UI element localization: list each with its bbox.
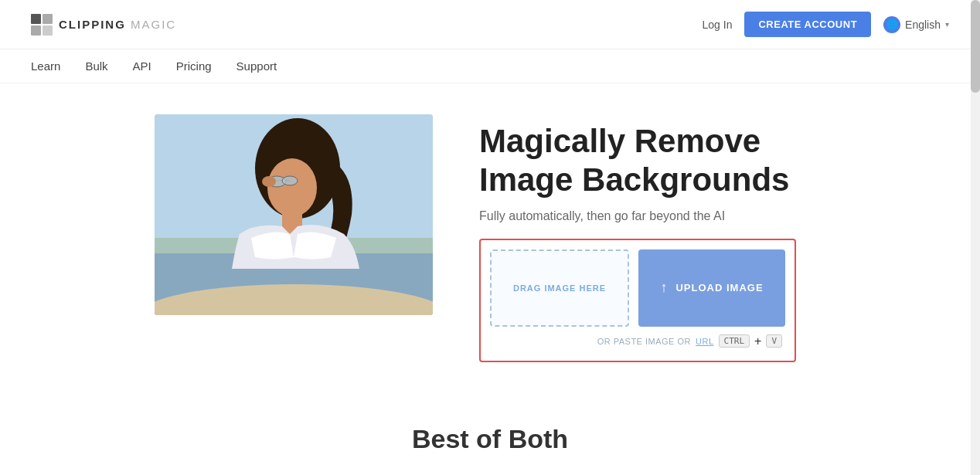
svg-rect-3 <box>43 25 53 36</box>
logo-text: CLIPPING MAGIC <box>59 18 176 31</box>
svg-rect-2 <box>31 25 41 36</box>
nav-item-bulk[interactable]: Bulk <box>85 59 107 73</box>
scrollbar[interactable] <box>971 0 980 475</box>
language-label: English <box>905 19 941 31</box>
logo-icon <box>31 14 53 36</box>
nav-item-learn[interactable]: Learn <box>31 59 60 73</box>
svg-rect-0 <box>31 14 41 24</box>
bottom-section: Best of Both <box>0 393 980 475</box>
logo[interactable]: CLIPPING MAGIC <box>31 14 176 36</box>
scrollbar-thumb[interactable] <box>971 0 980 93</box>
paste-text: OR PASTE IMAGE OR <box>597 337 691 346</box>
hero-subtitle: Fully automatically, then go far beyond … <box>479 209 918 223</box>
hero-section: Magically Remove Image Backgrounds Fully… <box>0 83 980 393</box>
v-key: V <box>766 334 782 348</box>
nav-item-pricing[interactable]: Pricing <box>176 59 212 73</box>
login-link[interactable]: Log In <box>703 19 733 31</box>
nav-item-api[interactable]: API <box>133 59 151 73</box>
upload-row: DRAG IMAGE HERE ↑ UPLOAD IMAGE <box>490 249 785 327</box>
hero-image <box>155 114 433 315</box>
hero-photo <box>155 114 433 315</box>
svg-rect-1 <box>43 14 53 24</box>
drag-zone-label: DRAG IMAGE HERE <box>513 283 606 293</box>
header-right: Log In CREATE ACCOUNT 🌐 English ▾ <box>703 12 949 37</box>
svg-point-9 <box>267 158 317 217</box>
upload-button[interactable]: ↑ UPLOAD IMAGE <box>638 249 785 327</box>
language-selector[interactable]: 🌐 English ▾ <box>883 16 949 33</box>
ctrl-key: CTRL <box>719 334 750 348</box>
svg-point-12 <box>282 176 298 185</box>
plus-sign: + <box>754 334 761 348</box>
create-account-button[interactable]: CREATE ACCOUNT <box>744 12 871 37</box>
svg-point-13 <box>262 176 276 187</box>
globe-icon: 🌐 <box>883 16 900 33</box>
hero-text-area: Magically Remove Image Backgrounds Fully… <box>479 114 918 362</box>
hero-title: Magically Remove Image Backgrounds <box>479 122 918 200</box>
drag-zone[interactable]: DRAG IMAGE HERE <box>490 249 629 327</box>
chevron-down-icon: ▾ <box>945 20 949 29</box>
section-title: Best of Both <box>62 424 918 454</box>
nav: Learn Bulk API Pricing Support <box>0 49 980 83</box>
upload-button-label: UPLOAD IMAGE <box>675 282 763 293</box>
header: CLIPPING MAGIC Log In CREATE ACCOUNT 🌐 E… <box>0 0 980 49</box>
paste-url-link[interactable]: URL <box>696 337 714 346</box>
nav-item-support[interactable]: Support <box>236 59 277 73</box>
upload-arrow-icon: ↑ <box>660 280 668 296</box>
paste-row: OR PASTE IMAGE OR URL CTRL + V <box>490 334 785 351</box>
upload-area: DRAG IMAGE HERE ↑ UPLOAD IMAGE OR PASTE … <box>479 239 796 362</box>
